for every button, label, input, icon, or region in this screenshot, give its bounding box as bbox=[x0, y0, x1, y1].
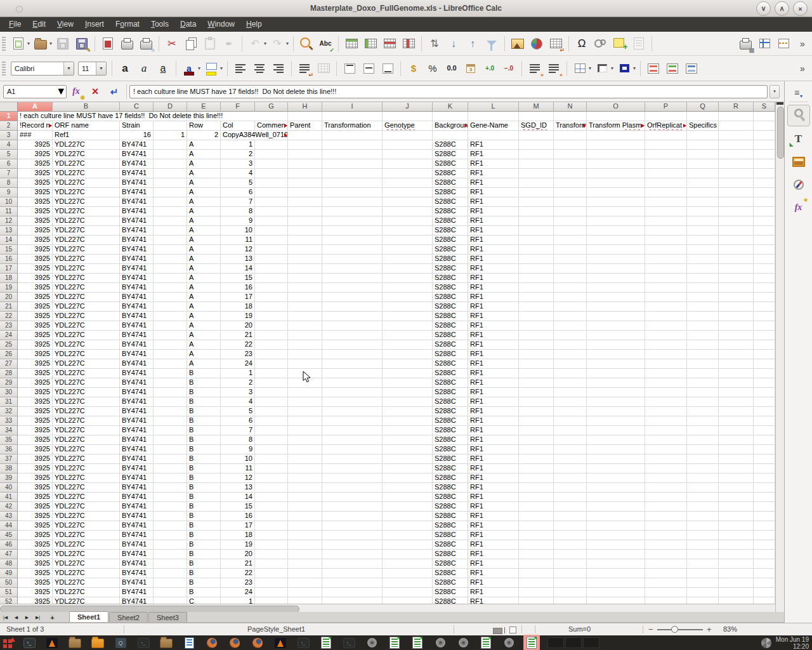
cell-O12[interactable] bbox=[587, 216, 645, 226]
cell-H27[interactable] bbox=[288, 359, 322, 369]
cell-B12[interactable]: YDL227C bbox=[53, 216, 120, 226]
cell-D20[interactable] bbox=[154, 293, 187, 302]
cell-D50[interactable] bbox=[154, 578, 187, 588]
cell-R47[interactable] bbox=[719, 550, 754, 559]
cell-M14[interactable] bbox=[519, 235, 554, 245]
dropdown-arrow-icon[interactable]: ▾ bbox=[220, 65, 223, 71]
cell-M38[interactable] bbox=[519, 464, 554, 474]
cell-O13[interactable] bbox=[587, 226, 645, 235]
cell-A11[interactable]: 3925 bbox=[18, 207, 53, 216]
cell-I12[interactable] bbox=[322, 216, 383, 226]
cell-M40[interactable] bbox=[519, 483, 554, 493]
cell-R10[interactable] bbox=[719, 197, 754, 207]
cell-M27[interactable] bbox=[519, 359, 554, 369]
delete-decimal-place-button[interactable]: −.0 bbox=[500, 60, 518, 77]
cell-D32[interactable] bbox=[154, 407, 187, 416]
cell-Q9[interactable] bbox=[687, 188, 719, 197]
dropdown-arrow-icon[interactable]: ▾ bbox=[198, 65, 200, 71]
cell-M37[interactable] bbox=[519, 454, 554, 464]
cell-A31[interactable]: 3925 bbox=[18, 397, 53, 407]
cell-P29[interactable] bbox=[645, 378, 687, 388]
cell-B33[interactable]: YDL227C bbox=[53, 416, 120, 426]
cell-B28[interactable]: YDL227C bbox=[53, 369, 120, 378]
cell-P36[interactable] bbox=[645, 445, 687, 454]
cell-R52[interactable] bbox=[719, 597, 754, 604]
cell-P13[interactable] bbox=[645, 226, 687, 235]
cell-I50[interactable] bbox=[322, 578, 383, 588]
cell-I28[interactable] bbox=[322, 369, 383, 378]
cell-F11[interactable]: 8 bbox=[221, 207, 255, 216]
cell-K1[interactable] bbox=[433, 112, 468, 121]
cell-S44[interactable] bbox=[754, 521, 775, 531]
cell-Q48[interactable] bbox=[687, 559, 719, 569]
cell-Q49[interactable] bbox=[687, 569, 719, 578]
cell-I46[interactable] bbox=[322, 540, 383, 550]
cell-B44[interactable]: YDL227C bbox=[53, 521, 120, 531]
menu-format[interactable]: Format bbox=[110, 17, 145, 32]
cell-L10[interactable]: RF1 bbox=[468, 197, 519, 207]
cell-M28[interactable] bbox=[519, 369, 554, 378]
cell-G51[interactable] bbox=[255, 588, 288, 597]
cell-R30[interactable] bbox=[719, 388, 754, 397]
cell-B35[interactable]: YDL227C bbox=[53, 435, 120, 445]
cell-D35[interactable] bbox=[154, 435, 187, 445]
cell-L46[interactable]: RF1 bbox=[468, 540, 519, 550]
cell-L32[interactable]: RF1 bbox=[468, 407, 519, 416]
cell-F16[interactable]: 13 bbox=[221, 255, 255, 264]
cell-H17[interactable] bbox=[288, 264, 322, 274]
cell-H21[interactable] bbox=[288, 302, 322, 312]
cell-L11[interactable]: RF1 bbox=[468, 207, 519, 216]
cell-N52[interactable] bbox=[554, 597, 587, 604]
cell-S41[interactable] bbox=[754, 493, 775, 502]
cell-J22[interactable] bbox=[383, 312, 433, 321]
cell-E30[interactable]: B bbox=[187, 388, 221, 397]
cell-G49[interactable] bbox=[255, 569, 288, 578]
cell-H4[interactable] bbox=[288, 140, 322, 150]
insert-pivot-table-button[interactable]: ↵ bbox=[547, 35, 565, 53]
cell-K43[interactable]: S288C bbox=[433, 512, 468, 521]
cell-D3[interactable]: 1 bbox=[154, 131, 187, 140]
cell-N18[interactable] bbox=[554, 274, 587, 283]
cell-O37[interactable] bbox=[587, 454, 645, 464]
cell-F51[interactable]: 24 bbox=[221, 588, 255, 597]
cell-H31[interactable] bbox=[288, 397, 322, 407]
cell-C20[interactable]: BY4741 bbox=[120, 293, 154, 302]
cell-D10[interactable] bbox=[154, 197, 187, 207]
cell-M36[interactable] bbox=[519, 445, 554, 454]
cell-H12[interactable] bbox=[288, 216, 322, 226]
cell-E46[interactable]: B bbox=[187, 540, 221, 550]
cell-I39[interactable] bbox=[322, 474, 383, 483]
cell-N20[interactable] bbox=[554, 293, 587, 302]
cell-F24[interactable]: 21 bbox=[221, 331, 255, 340]
cell-S28[interactable] bbox=[754, 369, 775, 378]
cell-N23[interactable] bbox=[554, 321, 587, 331]
cell-R34[interactable] bbox=[719, 426, 754, 435]
cell-I2[interactable]: Transformation bbox=[322, 121, 383, 131]
copy-button[interactable] bbox=[182, 35, 200, 53]
cell-R49[interactable] bbox=[719, 569, 754, 578]
libreoffice-calc-active-icon[interactable] bbox=[525, 636, 539, 649]
cell-B15[interactable]: YDL227C bbox=[53, 245, 120, 255]
cell-B18[interactable]: YDL227C bbox=[53, 274, 120, 283]
cell-S27[interactable] bbox=[754, 359, 775, 369]
cell-F3[interactable]: CopyA384Well_0710 bbox=[221, 131, 288, 140]
cell-E37[interactable]: B bbox=[187, 454, 221, 464]
cell-I7[interactable] bbox=[322, 169, 383, 178]
cell-D45[interactable] bbox=[154, 531, 187, 540]
cell-P18[interactable] bbox=[645, 274, 687, 283]
cell-Q12[interactable] bbox=[687, 216, 719, 226]
last-sheet-button[interactable]: ▶| bbox=[32, 613, 43, 622]
cell-R7[interactable] bbox=[719, 169, 754, 178]
cell-Q17[interactable] bbox=[687, 264, 719, 274]
matlab-icon[interactable] bbox=[45, 636, 59, 649]
cell-B20[interactable]: YDL227C bbox=[53, 293, 120, 302]
firefox-icon[interactable] bbox=[228, 636, 242, 649]
insert-special-character-button[interactable]: Ω bbox=[573, 35, 591, 53]
cell-O50[interactable] bbox=[587, 578, 645, 588]
cell-Q50[interactable] bbox=[687, 578, 719, 588]
cell-D34[interactable] bbox=[154, 426, 187, 435]
cell-F10[interactable]: 7 bbox=[221, 197, 255, 207]
row-header-52[interactable]: 52 bbox=[0, 597, 18, 604]
cell-E11[interactable]: A bbox=[187, 207, 221, 216]
cell-M18[interactable] bbox=[519, 274, 554, 283]
